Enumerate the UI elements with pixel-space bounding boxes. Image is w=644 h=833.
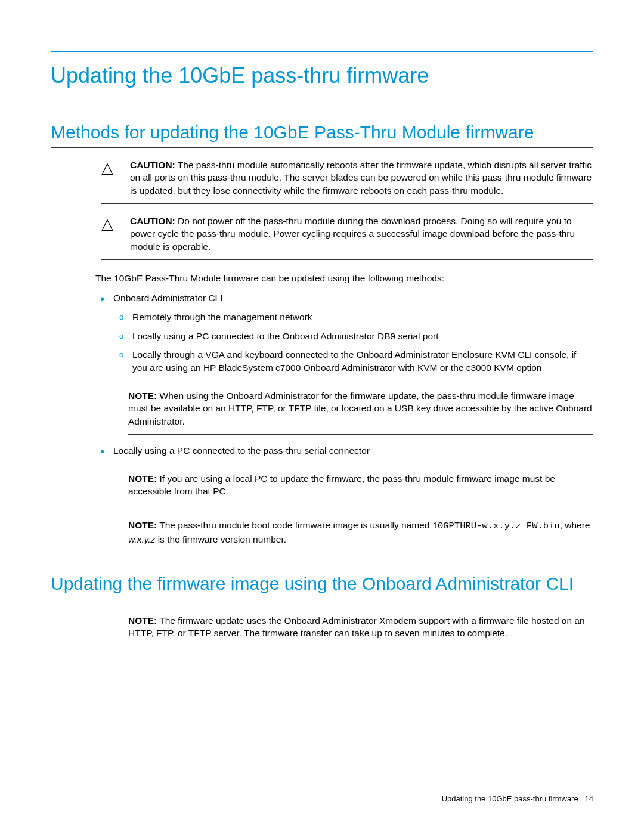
warning-icon: △ bbox=[101, 159, 130, 197]
section-heading-methods: Methods for updating the 10GbE Pass-Thru… bbox=[51, 121, 593, 148]
note3-pre: The pass-thru module boot code firmware … bbox=[157, 520, 432, 530]
caution-text-2: CAUTION: Do not power off the pass-thru … bbox=[130, 215, 593, 253]
sub-list-item: Remotely through the management network bbox=[132, 311, 593, 324]
warning-icon: △ bbox=[101, 215, 130, 253]
top-rule bbox=[51, 51, 593, 52]
list-item: Onboard Administrator CLI Remotely throu… bbox=[113, 292, 593, 374]
footer-text: Updating the 10GbE pass-thru firmware bbox=[442, 794, 578, 803]
note-block-2: NOTE: If you are using a local PC to upd… bbox=[128, 466, 593, 504]
note-body-1: When using the Onboard Administrator for… bbox=[128, 391, 592, 426]
list-item: Locally using a PC connected to the pass… bbox=[113, 444, 593, 457]
note3-var: w.x.y.z bbox=[128, 534, 155, 544]
sub-list-item: Locally through a VGA and keyboard conne… bbox=[132, 348, 593, 374]
note-block-1: NOTE: When using the Onboard Administrat… bbox=[128, 383, 593, 435]
methods-list-2: Locally using a PC connected to the pass… bbox=[113, 444, 593, 457]
note-label: NOTE: bbox=[128, 615, 157, 625]
section-heading-cli: Updating the firmware image using the On… bbox=[51, 572, 593, 599]
caution-body-1: The pass-thru module automatically reboo… bbox=[130, 160, 592, 196]
note3-code: 10GPTHRU-w.x.y.z_FW.bin bbox=[432, 521, 560, 531]
note-body-4: The firmware update uses the Onboard Adm… bbox=[128, 615, 585, 639]
caution-text-1: CAUTION: The pass-thru module automatica… bbox=[130, 159, 593, 197]
note3-post: is the firmware version number. bbox=[155, 534, 286, 544]
caution-block-2: △ CAUTION: Do not power off the pass-thr… bbox=[101, 215, 593, 260]
note-block-3: NOTE: The pass-thru module boot code fir… bbox=[128, 513, 593, 552]
note-label: NOTE: bbox=[128, 391, 157, 401]
note3-mid: , where bbox=[560, 520, 590, 530]
intro-text: The 10GbE Pass-Thru Module firmware can … bbox=[95, 272, 593, 285]
caution-body-2: Do not power off the pass-thru module du… bbox=[130, 216, 575, 252]
list-item-text: Onboard Administrator CLI bbox=[113, 293, 223, 303]
methods-list: Onboard Administrator CLI Remotely throu… bbox=[113, 292, 593, 374]
caution-block-1: △ CAUTION: The pass-thru module automati… bbox=[101, 159, 593, 204]
note-block-4: NOTE: The firmware update uses the Onboa… bbox=[128, 608, 593, 646]
sub-list: Remotely through the management network … bbox=[132, 311, 593, 374]
sub-list-item: Locally using a PC connected to the Onbo… bbox=[132, 330, 593, 343]
page-title: Updating the 10GbE pass-thru firmware bbox=[51, 63, 593, 88]
note-label: NOTE: bbox=[128, 473, 157, 484]
caution-label: CAUTION: bbox=[130, 216, 175, 226]
page-number: 14 bbox=[585, 794, 593, 803]
caution-label: CAUTION: bbox=[130, 160, 175, 170]
note-body-2: If you are using a local PC to update th… bbox=[128, 473, 555, 497]
page-footer: Updating the 10GbE pass-thru firmware 14 bbox=[442, 794, 593, 803]
note-label: NOTE: bbox=[128, 520, 157, 530]
